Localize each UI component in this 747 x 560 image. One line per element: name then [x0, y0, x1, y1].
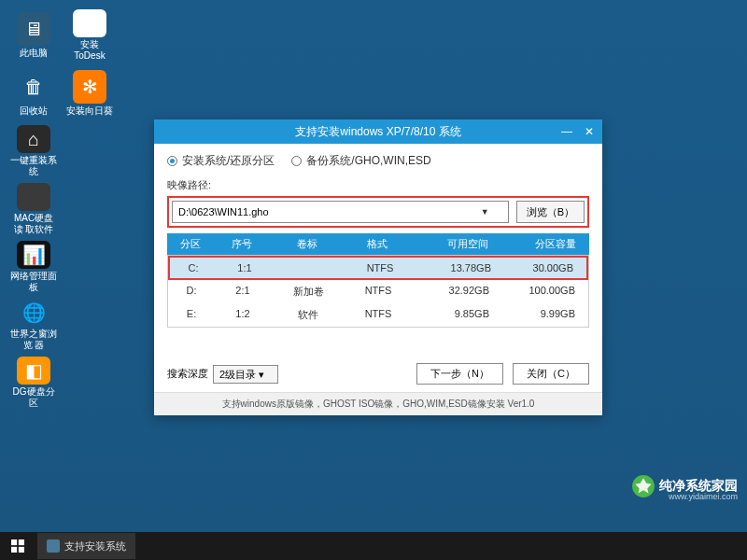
start-button[interactable]	[0, 532, 35, 560]
th-drive: 分区	[167, 233, 214, 255]
next-button[interactable]: 下一步（N）	[416, 363, 503, 385]
desktop-icon-mac-disk[interactable]: MAC硬盘读 取软件	[7, 181, 60, 237]
desktop-icon-sunflower[interactable]: ✻安装向日葵	[63, 65, 116, 121]
desktop-icon-recycle-bin[interactable]: 🗑回收站	[7, 65, 60, 121]
icon-label: 世界之窗浏览 器	[9, 329, 58, 351]
image-path-input[interactable]: D:\0623\WIN11.gho ▼	[172, 201, 509, 223]
icon-label: 此电脑	[20, 48, 48, 59]
svg-rect-1	[11, 539, 17, 545]
browse-button[interactable]: 浏览（B）	[516, 201, 585, 223]
icon-label: 网络管理面板	[9, 271, 58, 293]
desktop-icon-onekey-install[interactable]: ⌂一键重装系统	[7, 123, 60, 179]
desktop-icon-todesk[interactable]: 安装ToDesk	[63, 7, 116, 63]
table-row[interactable]: C:1:1NTFS13.78GB30.00GB	[170, 258, 586, 278]
recycle-bin-icon: 🗑	[17, 70, 50, 104]
dialog-titlebar[interactable]: 支持安装windows XP/7/8/10 系统 — ✕	[154, 119, 602, 144]
taskbar: 支持安装系统	[0, 532, 747, 560]
tab-backup[interactable]: 备份系统/GHO,WIN,ESD	[291, 153, 430, 169]
windows-icon	[11, 539, 24, 553]
desktop-icon-dg-partition[interactable]: ◧DG硬盘分区	[7, 355, 60, 411]
radio-icon	[167, 156, 177, 166]
close-icon[interactable]: ✕	[582, 125, 597, 138]
dialog-title: 支持安装windows XP/7/8/10 系统	[295, 124, 460, 140]
world-browser-icon: 🌐	[17, 299, 50, 327]
icon-label: 安装向日葵	[66, 105, 113, 117]
table-row[interactable]: D:2:1新加卷NTFS32.92GB100.00GB	[168, 280, 588, 303]
desktop-icon-this-pc[interactable]: 🖥此电脑	[7, 7, 60, 63]
icon-label: DG硬盘分区	[9, 386, 58, 409]
taskbar-item-installer[interactable]: 支持安装系统	[37, 533, 135, 559]
task-app-icon	[47, 539, 60, 553]
dg-partition-icon: ◧	[17, 357, 50, 385]
path-label: 映像路径:	[167, 178, 589, 192]
table-row[interactable]: E:1:2软件NTFS9.85GB9.99GB	[168, 303, 588, 327]
th-num: 序号	[214, 233, 270, 255]
mac-disk-icon	[17, 183, 50, 211]
depth-label: 搜索深度	[167, 367, 208, 381]
dropdown-icon: ▼	[481, 207, 489, 217]
minimize-icon[interactable]: —	[559, 125, 574, 138]
this-pc-icon: 🖥	[17, 12, 50, 46]
watermark-url: www.yidaimei.com	[669, 492, 738, 501]
icon-label: 安装ToDesk	[65, 39, 114, 62]
th-fmt: 格式	[345, 233, 410, 255]
th-size: 分区容量	[494, 233, 589, 255]
onekey-install-icon: ⌂	[17, 125, 50, 153]
icon-label: 回收站	[20, 105, 48, 117]
radio-icon	[291, 156, 302, 166]
sunflower-icon: ✻	[73, 70, 106, 104]
install-dialog: 支持安装windows XP/7/8/10 系统 — ✕ 安装系统/还原分区 备…	[154, 119, 602, 415]
svg-rect-3	[11, 547, 17, 553]
icon-label: 一键重装系统	[9, 155, 58, 177]
dialog-footer: 支持windows原版镜像，GHOST ISO镜像，GHO,WIM,ESD镜像安…	[154, 392, 602, 415]
drive-table: 分区 序号 卷标 格式 可用空间 分区容量 C:1:1NTFS13.78GB30…	[167, 233, 589, 328]
tab-install[interactable]: 安装系统/还原分区	[167, 153, 275, 169]
th-label: 卷标	[270, 233, 345, 255]
svg-rect-2	[19, 539, 24, 545]
watermark-logo-icon	[631, 474, 655, 498]
desktop-icon-network-panel[interactable]: 📊网络管理面板	[7, 239, 60, 295]
depth-select[interactable]: 2级目录 ▾	[213, 365, 278, 384]
todesk-icon	[73, 9, 106, 37]
network-panel-icon: 📊	[17, 241, 50, 269]
path-highlight: D:\0623\WIN11.gho ▼ 浏览（B）	[167, 196, 589, 228]
desktop-icon-world-browser[interactable]: 🌐世界之窗浏览 器	[7, 297, 60, 353]
th-free: 可用空间	[410, 233, 494, 255]
close-button[interactable]: 关闭（C）	[513, 363, 589, 385]
svg-rect-4	[19, 547, 24, 553]
icon-label: MAC硬盘读 取软件	[9, 213, 58, 235]
